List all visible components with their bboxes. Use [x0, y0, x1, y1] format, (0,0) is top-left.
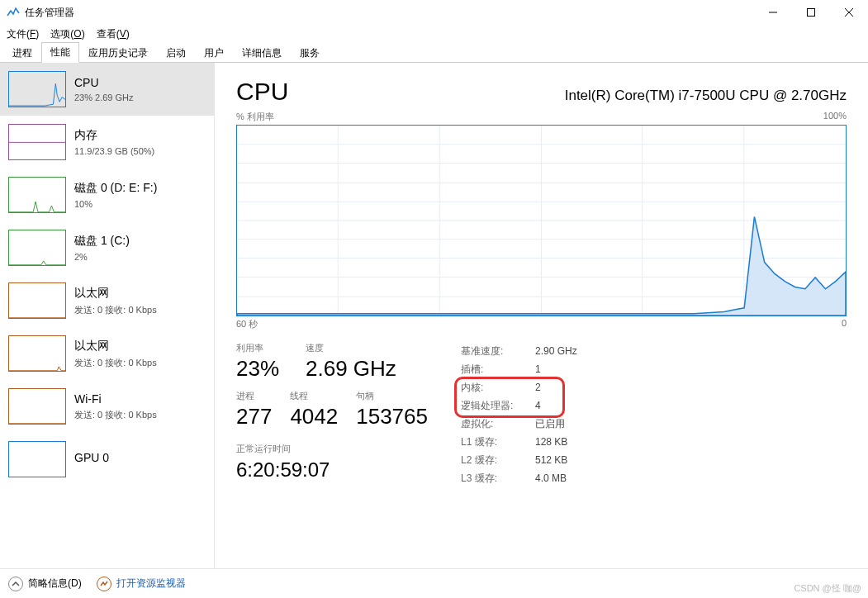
sidebar-item-name: 磁盘 0 (D: E: F:) [74, 181, 157, 196]
handles-label: 句柄 [356, 390, 428, 402]
tab-processes[interactable]: 进程 [3, 43, 41, 63]
sidebar-item-disk0[interactable]: 磁盘 0 (D: E: F:)10% [0, 168, 214, 221]
title-bar: 任务管理器 [0, 0, 868, 25]
sidebar-item-name: 以太网 [74, 339, 157, 354]
sidebar-item-disk1[interactable]: 磁盘 1 (C:)2% [0, 221, 214, 274]
memory-thumb-icon [8, 124, 66, 160]
processes-label: 进程 [236, 390, 272, 402]
spec-val: 2 [535, 378, 541, 396]
gpu-thumb-icon [8, 441, 66, 477]
window-title: 任务管理器 [25, 6, 74, 20]
app-icon [7, 6, 20, 19]
specs-table: 基准速度:2.90 GHz 插槽:1 内核:2 逻辑处理器:4 虚拟化:已启用 … [461, 342, 577, 487]
menu-view[interactable]: 查看(V) [97, 27, 130, 41]
sidebar-item-cpu[interactable]: CPU23% 2.69 GHz [0, 63, 214, 116]
spec-val: 128 KB [535, 433, 567, 451]
threads-value: 4042 [290, 404, 338, 430]
ethernet-thumb-icon [8, 282, 66, 319]
spec-key: 插槽: [461, 360, 535, 378]
tab-startup[interactable]: 启动 [157, 43, 195, 63]
sidebar[interactable]: CPU23% 2.69 GHz 内存11.9/23.9 GB (50%) 磁盘 … [0, 63, 215, 568]
sidebar-item-detail: 发送: 0 接收: 0 Kbps [74, 357, 157, 369]
threads-label: 线程 [290, 390, 338, 402]
spec-key: L2 缓存: [461, 451, 535, 469]
spec-key: 虚拟化: [461, 415, 535, 433]
processes-value: 277 [236, 404, 272, 430]
utilization-label: 利用率 [236, 342, 279, 354]
sidebar-item-name: Wi-Fi [74, 392, 157, 406]
spec-key: L1 缓存: [461, 433, 535, 451]
sidebar-item-name: 内存 [74, 128, 154, 143]
spec-key: L3 缓存: [461, 469, 535, 487]
tab-users[interactable]: 用户 [195, 43, 233, 63]
sidebar-item-name: 以太网 [74, 286, 157, 301]
maximize-button[interactable] [792, 0, 830, 25]
sidebar-item-name: CPU [74, 76, 134, 89]
watermark-text: CSDN @怪 咖@ [794, 582, 861, 595]
spec-val: 2.90 GHz [535, 342, 577, 360]
spec-val: 512 KB [535, 451, 567, 469]
spec-val: 4 [535, 396, 541, 415]
tab-details[interactable]: 详细信息 [233, 43, 291, 63]
disk-thumb-icon [8, 230, 66, 266]
ethernet-thumb-icon [8, 335, 66, 372]
utilization-value: 23% [236, 356, 279, 382]
sidebar-item-detail: 10% [74, 199, 157, 209]
minimize-button[interactable] [754, 0, 792, 25]
wifi-thumb-icon [8, 388, 66, 425]
spec-val: 已启用 [535, 415, 565, 433]
disk-thumb-icon [8, 177, 66, 213]
sidebar-item-ethernet0[interactable]: 以太网发送: 0 接收: 0 Kbps [0, 274, 214, 327]
sidebar-item-detail: 2% [74, 252, 130, 262]
footer-bar: 简略信息(D) 打开资源监视器 [0, 568, 868, 598]
chevron-up-icon [8, 577, 23, 591]
uptime-label: 正常运行时间 [236, 443, 428, 455]
spec-key: 逻辑处理器: [461, 396, 535, 415]
monitor-icon [97, 577, 111, 591]
speed-value: 2.69 GHz [306, 356, 396, 382]
tab-services[interactable]: 服务 [291, 43, 329, 63]
speed-label: 速度 [306, 342, 396, 354]
sidebar-item-detail: 11.9/23.9 GB (50%) [74, 146, 154, 156]
uptime-value: 6:20:59:07 [236, 458, 428, 482]
tab-bar: 进程 性能 应用历史记录 启动 用户 详细信息 服务 [0, 43, 868, 63]
chart-xmin: 0 [842, 318, 847, 330]
chart-ylabel: % 利用率 [236, 111, 274, 123]
sidebar-item-memory[interactable]: 内存11.9/23.9 GB (50%) [0, 116, 214, 168]
open-resource-monitor-link[interactable]: 打开资源监视器 [97, 577, 186, 591]
brief-info-toggle[interactable]: 简略信息(D) [8, 577, 82, 591]
cpu-usage-chart [236, 125, 847, 316]
sidebar-item-detail: 发送: 0 接收: 0 Kbps [74, 409, 157, 421]
sidebar-item-detail: 23% 2.69 GHz [74, 93, 134, 102]
sidebar-item-detail: 发送: 0 接收: 0 Kbps [74, 304, 157, 316]
chart-ymax: 100% [823, 111, 847, 123]
sidebar-item-name: GPU 0 [74, 451, 109, 464]
menu-file[interactable]: 文件(F) [7, 27, 39, 41]
tab-performance[interactable]: 性能 [41, 42, 79, 63]
svg-rect-1 [808, 9, 815, 17]
sidebar-item-ethernet1[interactable]: 以太网发送: 0 接收: 0 Kbps [0, 327, 214, 380]
spec-val: 1 [535, 360, 541, 378]
sidebar-item-name: 磁盘 1 (C:) [74, 234, 130, 249]
sidebar-item-wifi[interactable]: Wi-Fi发送: 0 接收: 0 Kbps [0, 380, 214, 433]
cpu-thumb-icon [8, 71, 66, 107]
spec-key: 内核: [461, 378, 535, 396]
spec-key: 基准速度: [461, 342, 535, 360]
cpu-model-name: Intel(R) Core(TM) i7-7500U CPU @ 2.70GHz [565, 88, 847, 104]
sidebar-item-gpu0[interactable]: GPU 0 [0, 433, 214, 486]
close-button[interactable] [830, 0, 868, 25]
chart-xlabel: 60 秒 [236, 318, 258, 330]
handles-value: 153765 [356, 404, 428, 430]
spec-val: 4.0 MB [535, 469, 567, 487]
menu-options[interactable]: 选项(O) [50, 27, 84, 41]
tab-app-history[interactable]: 应用历史记录 [79, 43, 157, 63]
main-panel: CPU Intel(R) Core(TM) i7-7500U CPU @ 2.7… [215, 63, 868, 568]
main-heading: CPU [236, 78, 288, 106]
menu-bar: 文件(F) 选项(O) 查看(V) [0, 25, 868, 43]
